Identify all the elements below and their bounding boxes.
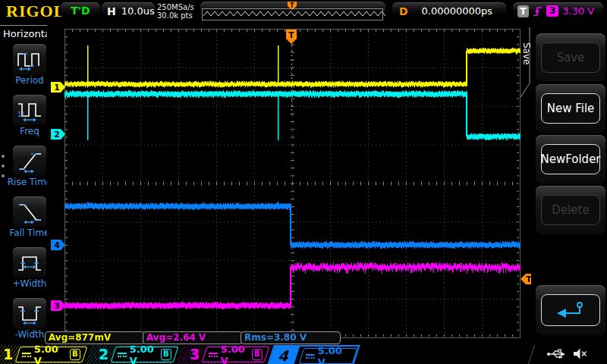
delay-value: 0.00000000ps <box>408 5 506 17</box>
waveform-preview[interactable] <box>200 2 385 21</box>
channel-1-status[interactable]: 1 5.00 V B <box>0 345 88 364</box>
return-arrow-icon <box>554 300 587 320</box>
bw-limit-badge: B <box>252 349 263 360</box>
measurement-avg-ch3: Avg=2.64 V <box>143 331 243 344</box>
softkey-new-folder[interactable]: NewFolder <box>536 135 605 184</box>
minus-width-icon <box>13 298 46 328</box>
softkey-save[interactable]: Save <box>536 33 605 82</box>
back-button[interactable] <box>541 294 600 326</box>
softkey-delete[interactable]: Delete <box>536 186 605 234</box>
waveform-display[interactable] <box>47 23 539 345</box>
rigol-logo: RIGOL <box>6 2 65 21</box>
softkey-new-file[interactable]: New File <box>536 84 605 133</box>
delay-label: D <box>399 5 408 17</box>
acquisition-info: 250MSa/s 30.0k pts <box>157 3 194 20</box>
rising-edge-icon <box>533 5 543 17</box>
horizontal-label: H <box>107 5 116 17</box>
sample-rate: 250MSa/s <box>157 3 194 11</box>
channel-3-scale: 5.00 V <box>221 345 249 364</box>
trigger-source-badge: 3 <box>546 5 558 17</box>
preview-strip <box>200 2 385 21</box>
measurement-avg-ch1: Avg=877mV <box>45 331 145 344</box>
dc-coupling-icon <box>306 354 315 359</box>
channel-status-bar: 1 5.00 V B 2 5.00 V B 3 5.00 V B 4 <box>0 345 607 364</box>
channel-2-status[interactable]: 2 5.00 V B <box>85 345 179 364</box>
plus-width-icon <box>13 247 46 278</box>
top-status-bar: RIGOL T'D H 10.0us 250MSa/s 30.0k pts D … <box>0 0 607 23</box>
menu-scroll-indicator <box>2 155 5 177</box>
channel-4-number: 4 <box>269 347 300 364</box>
trigger-label: T <box>517 5 529 17</box>
divider <box>528 345 535 364</box>
trigger-info-box[interactable]: T 3 3.30 V <box>513 2 603 20</box>
timebase-value: 10.0us <box>121 5 155 17</box>
dc-coupling-icon <box>209 353 218 357</box>
trigger-status-badge: T'D <box>61 2 100 20</box>
save-button[interactable]: Save <box>541 42 600 73</box>
freq-icon: 1/ <box>13 95 46 125</box>
channel-3-number: 3 <box>190 345 200 364</box>
new-file-button[interactable]: New File <box>541 93 600 124</box>
trigger-level-value: 3.30 V <box>562 5 594 17</box>
menu-tab-save: Save <box>521 42 532 64</box>
dc-coupling-icon <box>22 353 31 357</box>
channel-3-status[interactable]: 3 5.00 V B <box>176 345 270 364</box>
save-soft-menu: Save New File NewFolder Delete <box>531 23 607 345</box>
usb-icon <box>546 348 566 359</box>
new-folder-button[interactable]: NewFolder <box>541 144 600 174</box>
period-icon <box>13 44 46 74</box>
oscilloscope-screen: RIGOL T'D H 10.0us 250MSa/s 30.0k pts D … <box>0 0 607 364</box>
measurement-rms-ch4: Rms=3.80 V <box>241 331 341 344</box>
speaker-muted-icon <box>573 348 587 359</box>
channel-2-scale: 5.00 V <box>130 345 158 364</box>
channel-2-number: 2 <box>99 345 109 364</box>
svg-text:1/: 1/ <box>17 111 25 118</box>
channel-1-scale: 5.00 V <box>34 345 67 364</box>
horizontal-timebase-box[interactable]: H 10.0us <box>102 2 155 20</box>
menu-tab-outline <box>519 23 534 121</box>
bw-limit-badge: B <box>161 349 171 360</box>
channel-1-number: 1 <box>3 345 13 364</box>
fall-time-icon <box>13 196 46 227</box>
rise-time-icon <box>13 146 46 176</box>
dc-coupling-icon <box>118 353 127 357</box>
system-status-icons <box>546 348 587 359</box>
delete-button[interactable]: Delete <box>541 195 600 225</box>
memory-depth: 30.0k pts <box>157 11 194 20</box>
channel-4-scale: 5.00 V <box>318 345 351 364</box>
delay-offset-box: D 0.00000000ps <box>392 2 506 20</box>
bw-limit-badge: B <box>70 349 80 360</box>
channel-4-status[interactable]: 4 5.00 V <box>266 345 360 364</box>
softkey-back[interactable] <box>536 285 605 335</box>
